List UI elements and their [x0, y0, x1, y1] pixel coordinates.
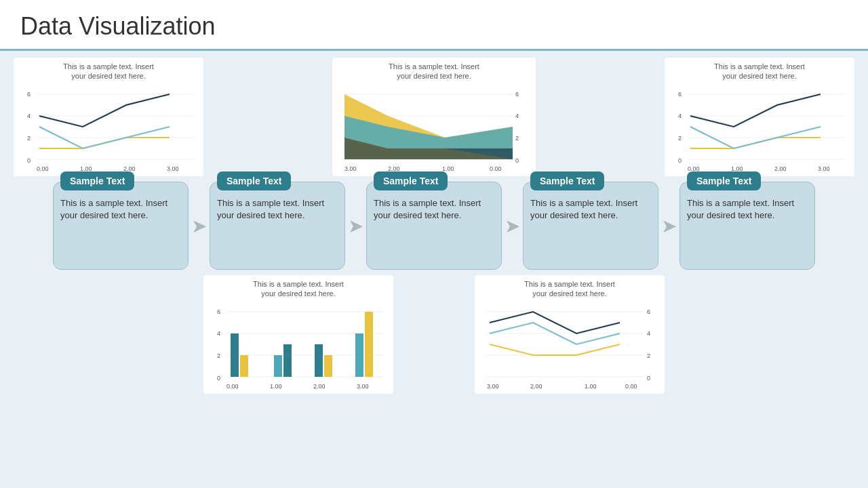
svg-rect-51: [315, 344, 323, 377]
svg-text:4: 4: [27, 113, 31, 119]
svg-text:2: 2: [678, 135, 682, 142]
process-box-body-5: This is a sample text. Insert your desir…: [687, 197, 808, 222]
svg-text:6: 6: [515, 91, 519, 98]
svg-text:2: 2: [515, 135, 519, 142]
top-left-chart-title: This is a sample text. Insert your desir…: [19, 62, 198, 81]
process-box-body-1: This is a sample text. Insert your desir…: [60, 197, 181, 222]
top-right-chart-title: This is a sample text. Insert your desir…: [670, 62, 849, 81]
process-box-wrap-3: Sample Text This is a sample text. Inser…: [366, 182, 502, 270]
svg-text:0.00: 0.00: [625, 383, 637, 390]
top-center-chart-svg: 6 4 2 0 3.00 2.00 1.00 0.00: [338, 83, 528, 181]
top-center-chart-title: This is a sample text. Insert your desir…: [338, 62, 530, 81]
arrow-1: ➤: [191, 215, 207, 237]
process-box-1: Sample Text This is a sample text. Inser…: [53, 182, 189, 270]
process-box-header-5: Sample Text: [687, 171, 761, 190]
top-right-chart: This is a sample text. Insert your desir…: [665, 58, 854, 176]
svg-text:3.00: 3.00: [487, 383, 499, 390]
bottom-charts-row: This is a sample text. Insert your desir…: [14, 275, 854, 394]
svg-text:3.00: 3.00: [344, 165, 357, 172]
top-charts-row: This is a sample text. Insert your desir…: [14, 58, 854, 176]
svg-text:2: 2: [217, 352, 220, 359]
page: Data Visualization This is a sample text…: [0, 0, 868, 488]
bottom-right-chart: This is a sample text. Insert your desir…: [475, 275, 665, 394]
svg-text:2: 2: [27, 135, 31, 142]
process-box-header-3: Sample Text: [374, 171, 448, 190]
top-right-chart-svg: 6 4 2 0 0.00 1.00 2.00 3.00: [670, 83, 849, 181]
process-box-wrap-5: Sample Text This is a sample text. Inser…: [679, 182, 815, 270]
svg-text:3.00: 3.00: [167, 165, 179, 172]
process-box-3: Sample Text This is a sample text. Inser…: [366, 182, 502, 270]
arrow-3: ➤: [505, 215, 520, 237]
svg-text:0.00: 0.00: [37, 165, 49, 172]
svg-rect-50: [283, 344, 292, 377]
top-left-chart-svg: 6 4 2 0 0.00 1.00 2.00 3.00: [19, 83, 198, 181]
svg-rect-52: [324, 355, 332, 377]
svg-text:2: 2: [647, 352, 650, 359]
svg-text:4: 4: [647, 330, 650, 337]
process-box-header-4: Sample Text: [530, 171, 604, 190]
svg-text:2.00: 2.00: [313, 383, 326, 390]
process-row: Sample Text This is a sample text. Inser…: [14, 182, 854, 270]
bottom-right-chart-svg: 6 4 2 0 3.00 2.00 1.00 0.00: [480, 300, 659, 399]
top-center-chart: This is a sample text. Insert your desir…: [332, 58, 536, 176]
svg-text:0: 0: [678, 157, 682, 164]
process-box-wrap-1: Sample Text This is a sample text. Inser…: [53, 182, 189, 270]
process-box-wrap-4: Sample Text This is a sample text. Inser…: [523, 182, 658, 270]
process-box-5: Sample Text This is a sample text. Inser…: [679, 182, 815, 270]
svg-text:0: 0: [647, 375, 650, 382]
process-box-2: Sample Text This is a sample text. Inser…: [210, 182, 345, 270]
svg-text:2.00: 2.00: [774, 165, 787, 172]
process-box-4: Sample Text This is a sample text. Inser…: [523, 182, 658, 270]
arrow-4: ➤: [661, 215, 677, 237]
process-box-body-2: This is a sample text. Insert your desir…: [217, 197, 338, 222]
svg-text:1.00: 1.00: [585, 383, 597, 390]
bottom-right-chart-title: This is a sample text. Insert your desir…: [480, 279, 659, 299]
page-title: Data Visualization: [20, 12, 848, 41]
svg-rect-48: [240, 355, 248, 377]
bottom-left-chart-svg: 6 4 2 0: [209, 300, 388, 399]
svg-text:4: 4: [217, 330, 220, 337]
process-box-header-2: Sample Text: [217, 171, 291, 190]
svg-text:3.00: 3.00: [357, 383, 369, 390]
svg-rect-47: [231, 333, 239, 377]
arrow-2: ➤: [348, 215, 363, 237]
bottom-left-chart-title: This is a sample text. Insert your desir…: [209, 279, 388, 299]
svg-text:0.00: 0.00: [490, 165, 502, 172]
process-box-wrap-2: Sample Text This is a sample text. Inser…: [210, 182, 345, 270]
svg-text:6: 6: [217, 308, 220, 315]
svg-text:1.00: 1.00: [270, 383, 282, 390]
svg-text:4: 4: [515, 113, 519, 119]
svg-rect-54: [365, 312, 373, 377]
svg-text:6: 6: [678, 91, 682, 98]
content: This is a sample text. Insert your desir…: [0, 51, 868, 401]
svg-text:3.00: 3.00: [818, 165, 830, 172]
header: Data Visualization: [0, 0, 868, 51]
svg-rect-53: [355, 333, 363, 377]
svg-text:6: 6: [647, 308, 650, 315]
top-left-chart: This is a sample text. Insert your desir…: [14, 58, 203, 176]
svg-text:0: 0: [515, 157, 519, 164]
svg-text:0: 0: [27, 157, 31, 164]
svg-rect-49: [274, 355, 282, 377]
svg-text:1.00: 1.00: [442, 165, 454, 172]
svg-text:0.00: 0.00: [226, 383, 239, 390]
process-box-header-1: Sample Text: [60, 171, 134, 190]
bottom-left-chart: This is a sample text. Insert your desir…: [203, 275, 393, 394]
svg-text:0: 0: [217, 375, 220, 382]
svg-text:4: 4: [678, 113, 682, 119]
svg-text:6: 6: [27, 91, 31, 98]
process-box-body-3: This is a sample text. Insert your desir…: [374, 197, 494, 222]
svg-text:2.00: 2.00: [530, 383, 542, 390]
process-box-body-4: This is a sample text. Insert your desir…: [530, 197, 651, 222]
